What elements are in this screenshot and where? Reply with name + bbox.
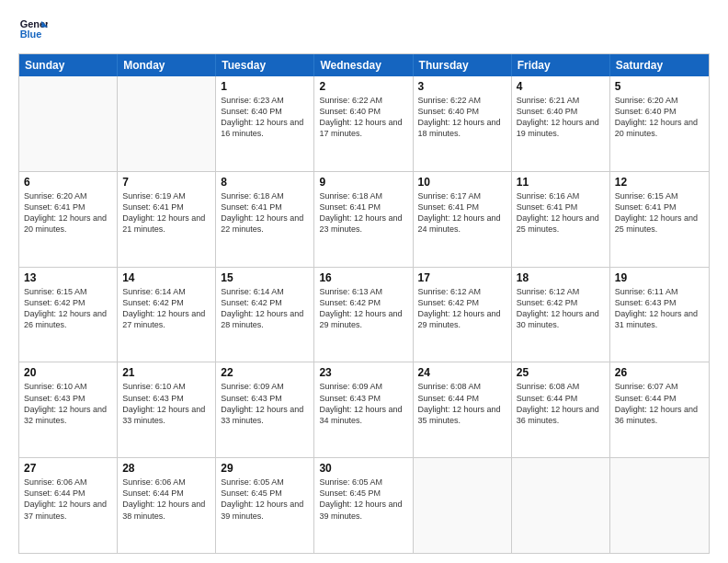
cell-info: Sunrise: 6:07 AMSunset: 6:44 PMDaylight:… [615, 381, 704, 426]
cell-info: Sunrise: 6:10 AMSunset: 6:43 PMDaylight:… [122, 381, 210, 426]
logo-icon: General Blue [18, 15, 48, 44]
cell-info: Sunrise: 6:08 AMSunset: 6:44 PMDaylight:… [418, 381, 506, 426]
weekday-header-friday: Friday [512, 54, 610, 76]
calendar-day-26: 26Sunrise: 6:07 AMSunset: 6:44 PMDayligh… [610, 362, 709, 457]
cell-info: Sunrise: 6:05 AMSunset: 6:45 PMDaylight:… [319, 477, 407, 522]
cell-info: Sunrise: 6:06 AMSunset: 6:44 PMDaylight:… [24, 477, 112, 522]
cell-info: Sunrise: 6:14 AMSunset: 6:42 PMDaylight:… [122, 286, 210, 331]
day-number: 19 [615, 271, 704, 284]
calendar-day-30: 30Sunrise: 6:05 AMSunset: 6:45 PMDayligh… [314, 458, 413, 553]
day-number: 9 [319, 176, 407, 189]
day-number: 26 [615, 366, 704, 379]
day-number: 24 [418, 366, 506, 379]
cell-info: Sunrise: 6:20 AMSunset: 6:41 PMDaylight:… [24, 190, 112, 236]
calendar-day-28: 28Sunrise: 6:06 AMSunset: 6:44 PMDayligh… [118, 458, 216, 553]
calendar-day-17: 17Sunrise: 6:12 AMSunset: 6:42 PMDayligh… [414, 268, 512, 362]
cell-info: Sunrise: 6:20 AMSunset: 6:40 PMDaylight:… [615, 95, 704, 140]
day-number: 28 [122, 462, 210, 475]
calendar-row-2: 13Sunrise: 6:15 AMSunset: 6:42 PMDayligh… [19, 267, 709, 362]
calendar-day-11: 11Sunrise: 6:16 AMSunset: 6:41 PMDayligh… [512, 172, 610, 267]
cell-info: Sunrise: 6:17 AMSunset: 6:41 PMDaylight:… [418, 190, 506, 236]
cell-info: Sunrise: 6:12 AMSunset: 6:42 PMDaylight:… [418, 286, 506, 331]
weekday-header-wednesday: Wednesday [314, 54, 413, 76]
calendar-day-12: 12Sunrise: 6:15 AMSunset: 6:41 PMDayligh… [610, 172, 709, 267]
header: General Blue [18, 15, 710, 44]
calendar-day-2: 2Sunrise: 6:22 AMSunset: 6:40 PMDaylight… [314, 76, 413, 171]
day-number: 4 [517, 80, 605, 93]
day-number: 25 [517, 366, 605, 379]
day-number: 22 [221, 366, 309, 379]
calendar-empty-cell [610, 458, 709, 553]
day-number: 16 [319, 271, 407, 284]
cell-info: Sunrise: 6:18 AMSunset: 6:41 PMDaylight:… [319, 190, 407, 236]
calendar-day-4: 4Sunrise: 6:21 AMSunset: 6:40 PMDaylight… [512, 76, 610, 171]
calendar: SundayMondayTuesdayWednesdayThursdayFrid… [18, 53, 710, 554]
cell-info: Sunrise: 6:09 AMSunset: 6:43 PMDaylight:… [319, 381, 407, 426]
cell-info: Sunrise: 6:18 AMSunset: 6:41 PMDaylight:… [221, 190, 309, 236]
calendar-day-22: 22Sunrise: 6:09 AMSunset: 6:43 PMDayligh… [216, 362, 314, 457]
cell-info: Sunrise: 6:10 AMSunset: 6:43 PMDaylight:… [24, 381, 112, 426]
calendar-day-29: 29Sunrise: 6:05 AMSunset: 6:45 PMDayligh… [216, 458, 314, 553]
day-number: 3 [418, 80, 506, 93]
cell-info: Sunrise: 6:08 AMSunset: 6:44 PMDaylight:… [517, 381, 605, 426]
cell-info: Sunrise: 6:19 AMSunset: 6:41 PMDaylight:… [122, 190, 210, 236]
day-number: 30 [319, 462, 407, 475]
cell-info: Sunrise: 6:05 AMSunset: 6:45 PMDaylight:… [221, 477, 309, 522]
calendar-row-3: 20Sunrise: 6:10 AMSunset: 6:43 PMDayligh… [19, 362, 709, 457]
day-number: 11 [517, 176, 605, 189]
day-number: 21 [122, 366, 210, 379]
day-number: 29 [221, 462, 309, 475]
calendar-row-0: 1Sunrise: 6:23 AMSunset: 6:40 PMDaylight… [19, 76, 709, 171]
calendar-day-5: 5Sunrise: 6:20 AMSunset: 6:40 PMDaylight… [610, 76, 709, 171]
page: General Blue SundayMondayTuesdayWednesda… [0, 0, 728, 563]
day-number: 27 [24, 462, 112, 475]
day-number: 18 [517, 271, 605, 284]
calendar-day-15: 15Sunrise: 6:14 AMSunset: 6:42 PMDayligh… [216, 268, 314, 362]
calendar-empty-cell [118, 76, 216, 171]
calendar-day-3: 3Sunrise: 6:22 AMSunset: 6:40 PMDaylight… [414, 76, 512, 171]
cell-info: Sunrise: 6:11 AMSunset: 6:43 PMDaylight:… [615, 286, 704, 331]
calendar-day-8: 8Sunrise: 6:18 AMSunset: 6:41 PMDaylight… [216, 172, 314, 267]
day-number: 10 [418, 176, 506, 189]
day-number: 6 [24, 176, 112, 189]
day-number: 23 [319, 366, 407, 379]
day-number: 14 [122, 271, 210, 284]
cell-info: Sunrise: 6:15 AMSunset: 6:42 PMDaylight:… [24, 286, 112, 331]
calendar-day-16: 16Sunrise: 6:13 AMSunset: 6:42 PMDayligh… [314, 268, 413, 362]
cell-info: Sunrise: 6:15 AMSunset: 6:41 PMDaylight:… [615, 190, 704, 236]
calendar-header: SundayMondayTuesdayWednesdayThursdayFrid… [19, 54, 709, 76]
calendar-empty-cell [414, 458, 512, 553]
calendar-day-10: 10Sunrise: 6:17 AMSunset: 6:41 PMDayligh… [414, 172, 512, 267]
day-number: 13 [24, 271, 112, 284]
cell-info: Sunrise: 6:22 AMSunset: 6:40 PMDaylight:… [319, 95, 407, 140]
calendar-day-13: 13Sunrise: 6:15 AMSunset: 6:42 PMDayligh… [19, 268, 118, 362]
cell-info: Sunrise: 6:09 AMSunset: 6:43 PMDaylight:… [221, 381, 309, 426]
day-number: 1 [221, 80, 309, 93]
cell-info: Sunrise: 6:22 AMSunset: 6:40 PMDaylight:… [418, 95, 506, 140]
day-number: 7 [122, 176, 210, 189]
day-number: 2 [319, 80, 407, 93]
calendar-empty-cell [19, 76, 118, 171]
calendar-day-9: 9Sunrise: 6:18 AMSunset: 6:41 PMDaylight… [314, 172, 413, 267]
day-number: 17 [418, 271, 506, 284]
day-number: 8 [221, 176, 309, 189]
calendar-day-25: 25Sunrise: 6:08 AMSunset: 6:44 PMDayligh… [512, 362, 610, 457]
cell-info: Sunrise: 6:23 AMSunset: 6:40 PMDaylight:… [221, 95, 309, 140]
day-number: 15 [221, 271, 309, 284]
cell-info: Sunrise: 6:13 AMSunset: 6:42 PMDaylight:… [319, 286, 407, 331]
calendar-day-23: 23Sunrise: 6:09 AMSunset: 6:43 PMDayligh… [314, 362, 413, 457]
day-number: 5 [615, 80, 704, 93]
cell-info: Sunrise: 6:16 AMSunset: 6:41 PMDaylight:… [517, 190, 605, 236]
weekday-header-tuesday: Tuesday [216, 54, 314, 76]
calendar-empty-cell [512, 458, 610, 553]
calendar-day-24: 24Sunrise: 6:08 AMSunset: 6:44 PMDayligh… [414, 362, 512, 457]
svg-text:Blue: Blue [20, 29, 42, 40]
calendar-day-1: 1Sunrise: 6:23 AMSunset: 6:40 PMDaylight… [216, 76, 314, 171]
calendar-day-27: 27Sunrise: 6:06 AMSunset: 6:44 PMDayligh… [19, 458, 118, 553]
cell-info: Sunrise: 6:12 AMSunset: 6:42 PMDaylight:… [517, 286, 605, 331]
calendar-day-21: 21Sunrise: 6:10 AMSunset: 6:43 PMDayligh… [118, 362, 216, 457]
calendar-row-4: 27Sunrise: 6:06 AMSunset: 6:44 PMDayligh… [19, 457, 709, 553]
calendar-row-1: 6Sunrise: 6:20 AMSunset: 6:41 PMDaylight… [19, 171, 709, 267]
calendar-day-18: 18Sunrise: 6:12 AMSunset: 6:42 PMDayligh… [512, 268, 610, 362]
calendar-day-7: 7Sunrise: 6:19 AMSunset: 6:41 PMDaylight… [118, 172, 216, 267]
